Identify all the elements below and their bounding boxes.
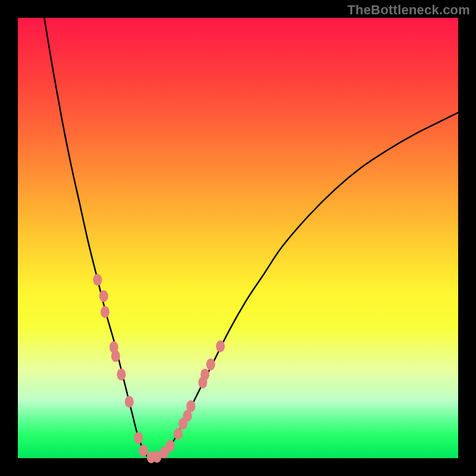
data-marker xyxy=(216,340,225,352)
data-marker xyxy=(93,274,102,286)
data-marker xyxy=(111,350,120,362)
data-markers xyxy=(93,274,224,463)
data-marker xyxy=(99,290,108,302)
data-marker xyxy=(174,428,183,440)
data-marker xyxy=(139,444,148,456)
data-marker xyxy=(134,432,143,444)
data-marker xyxy=(206,358,215,370)
bottleneck-curve xyxy=(44,18,458,458)
data-marker xyxy=(101,306,109,318)
data-marker xyxy=(117,368,126,380)
data-marker xyxy=(201,368,209,380)
chart-plot xyxy=(18,18,458,458)
attribution-label: TheBottleneck.com xyxy=(347,2,470,18)
data-marker xyxy=(125,396,134,408)
data-marker xyxy=(166,440,175,452)
data-marker xyxy=(186,400,195,412)
